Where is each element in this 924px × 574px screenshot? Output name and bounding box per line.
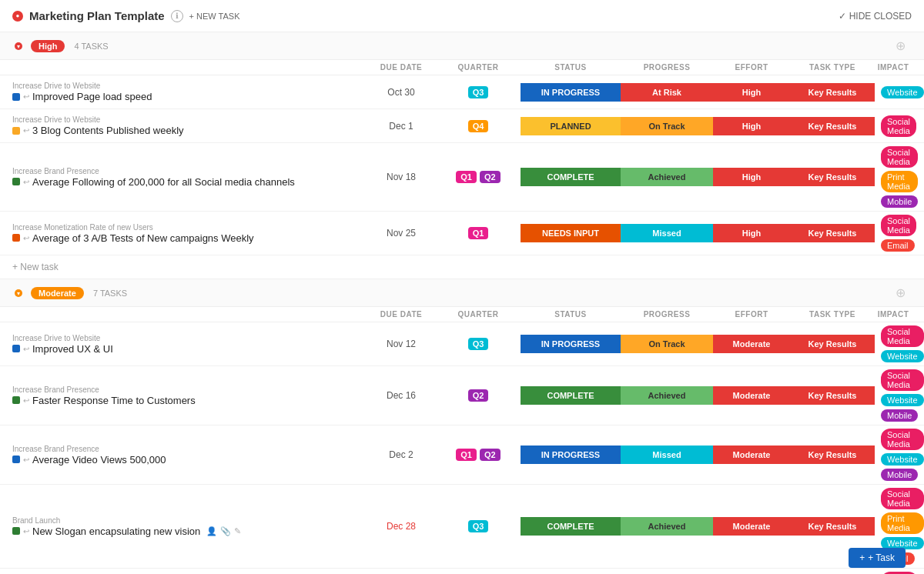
task-category: Increase Brand Presence xyxy=(12,445,367,453)
impact-cell: Social MediaPrint MediaMobile xyxy=(875,146,918,208)
add-task-fixed-button[interactable]: + + Task xyxy=(849,548,906,568)
task-info: Increase Drive to Website ↩ 3 Blog Conte… xyxy=(12,115,367,136)
add-section-icon-high[interactable]: ⊕ xyxy=(889,38,912,53)
effort-badge: Moderate xyxy=(713,446,790,464)
impact-tag: Social Media xyxy=(881,369,924,391)
effort-badge: Moderate xyxy=(713,335,790,353)
due-date-cell: Dec 1 xyxy=(367,121,436,132)
effort-badge: High xyxy=(713,224,790,242)
tasktype-badge: Key Results xyxy=(790,386,875,405)
task-link-icon: ↩ xyxy=(23,92,29,101)
progress-cell: Missed xyxy=(621,224,713,242)
add-section-icon-moderate[interactable]: ⊕ xyxy=(889,285,912,300)
quarter-badge: Q3 xyxy=(468,338,489,350)
effort-badge: Moderate xyxy=(713,517,790,536)
table-row: Increase Brand Presence ↩ Faster Respons… xyxy=(0,366,924,425)
status-badge: NEEDS INPUT xyxy=(521,224,621,242)
col-header-status: STATUS xyxy=(521,63,621,72)
assign-icon[interactable]: 👤 xyxy=(206,526,217,536)
quarter-badge: Q1 xyxy=(456,171,477,183)
svg-text:▾: ▾ xyxy=(17,43,20,50)
col-header-tasktype: TASK TYPE xyxy=(790,310,875,319)
task-link-icon: ↩ xyxy=(23,178,29,186)
collapse-button-high[interactable]: ▾ xyxy=(12,40,25,52)
task-link-icon: ↩ xyxy=(23,527,29,536)
task-name[interactable]: Average Video Views 500,000 xyxy=(32,454,166,466)
tasktype-cell: Key Results xyxy=(790,117,875,135)
section-high: ▾ High 4 TASKS ⊕ DUE DATE QUARTER STATUS… xyxy=(0,32,924,279)
priority-badge-moderate: Moderate xyxy=(31,287,84,299)
tasktype-badge: Key Results xyxy=(790,168,875,186)
info-icon[interactable]: ℹ xyxy=(171,10,183,22)
tasktype-badge: Key Results xyxy=(790,517,875,536)
new-task-row[interactable]: + New task xyxy=(0,255,924,279)
effort-cell: Moderate xyxy=(713,386,790,405)
task-name[interactable]: New Slogan encapsulating new vision xyxy=(32,526,200,537)
impact-cell: Social MediaWebsiteMobile xyxy=(875,369,924,422)
edit-icon[interactable]: ✎ xyxy=(234,526,241,536)
task-category: Increase Brand Presence xyxy=(12,385,367,394)
status-cell: IN PROGRESS xyxy=(521,83,621,102)
impact-tag: Website xyxy=(881,86,924,98)
status-cell: NEEDS INPUT xyxy=(521,224,621,242)
tasktype-badge: Key Results xyxy=(790,446,875,464)
status-cell: COMPLETE xyxy=(521,168,621,186)
task-category: Increase Drive to Website xyxy=(12,115,367,124)
status-cell: PLANNED xyxy=(521,117,621,135)
due-date-cell: Dec 28 xyxy=(367,521,436,532)
progress-badge: On Track xyxy=(621,117,713,135)
due-date-cell: Dec 2 xyxy=(367,449,436,460)
task-link-icon: ↩ xyxy=(23,234,29,242)
impact-cell: Social MediaWebsite xyxy=(875,325,924,362)
table-row: Increase Monetization Rate of new Users … xyxy=(0,569,924,574)
impact-tag: Social Media xyxy=(881,115,916,137)
impact-tag: Website xyxy=(881,350,924,362)
status-cell: COMPLETE xyxy=(521,517,621,536)
header-left: ● Marketing Plan Template ℹ + NEW TASK xyxy=(12,9,240,22)
task-name[interactable]: Faster Response Time to Customers xyxy=(32,395,196,406)
quarter-badge: Q1 xyxy=(468,227,489,239)
quarter-badge: Q2 xyxy=(480,449,500,461)
quarter-badge: Q3 xyxy=(468,86,489,98)
status-badge: COMPLETE xyxy=(521,168,621,186)
quarter-badge: Q2 xyxy=(480,171,500,183)
task-name[interactable]: Improved Page load speed xyxy=(32,91,152,102)
status-badge: COMPLETE xyxy=(521,386,621,405)
col-header-impact: IMPACT xyxy=(875,63,912,72)
task-dot xyxy=(12,527,20,535)
header: ● Marketing Plan Template ℹ + NEW TASK ✓… xyxy=(0,0,924,32)
effort-badge: High xyxy=(713,117,790,135)
collapse-button-moderate[interactable]: ▾ xyxy=(12,287,25,299)
hide-closed-button[interactable]: ✓ HIDE CLOSED xyxy=(839,11,912,22)
progress-badge: Missed xyxy=(621,446,713,464)
table-row: Increase Brand Presence ↩ Average Follow… xyxy=(0,143,924,212)
priority-badge-high: High xyxy=(31,40,65,52)
tasktype-badge: Key Results xyxy=(790,117,875,135)
add-task-bar: + + Task xyxy=(842,542,912,574)
task-name[interactable]: Average of 3 A/B Tests of New campaigns … xyxy=(32,232,254,244)
task-dot xyxy=(12,234,20,242)
effort-cell: High xyxy=(713,168,790,186)
tasktype-cell: Key Results xyxy=(790,517,875,536)
task-name[interactable]: 3 Blog Contents Published weekly xyxy=(32,125,184,136)
new-task-header-button[interactable]: + NEW TASK xyxy=(189,12,240,21)
col-header-tasktype: TASK TYPE xyxy=(790,63,875,72)
impact-tag: Website xyxy=(881,453,924,466)
task-name[interactable]: Average Following of 200,000 for all Soc… xyxy=(32,176,295,188)
task-info: Increase Drive to Website ↩ Improved Pag… xyxy=(12,82,367,102)
task-name[interactable]: Improved UX & UI xyxy=(32,343,113,355)
attach-icon[interactable]: 📎 xyxy=(220,526,231,536)
status-badge: PLANNED xyxy=(521,117,621,135)
impact-tag: Social Media xyxy=(881,429,924,450)
status-badge: COMPLETE xyxy=(521,517,621,536)
task-dot xyxy=(12,93,20,101)
columns-header: DUE DATE QUARTER STATUS PROGRESS EFFORT … xyxy=(0,307,924,322)
col-header-status: STATUS xyxy=(521,310,621,319)
impact-cell: Social Media xyxy=(875,115,916,137)
impact-tag: Mobile xyxy=(881,409,918,422)
task-category: Increase Drive to Website xyxy=(12,334,367,342)
effort-cell: Moderate xyxy=(713,335,790,353)
app-icon: ● xyxy=(12,11,23,22)
tasktype-badge: Key Results xyxy=(790,335,875,353)
progress-cell: On Track xyxy=(621,335,713,353)
